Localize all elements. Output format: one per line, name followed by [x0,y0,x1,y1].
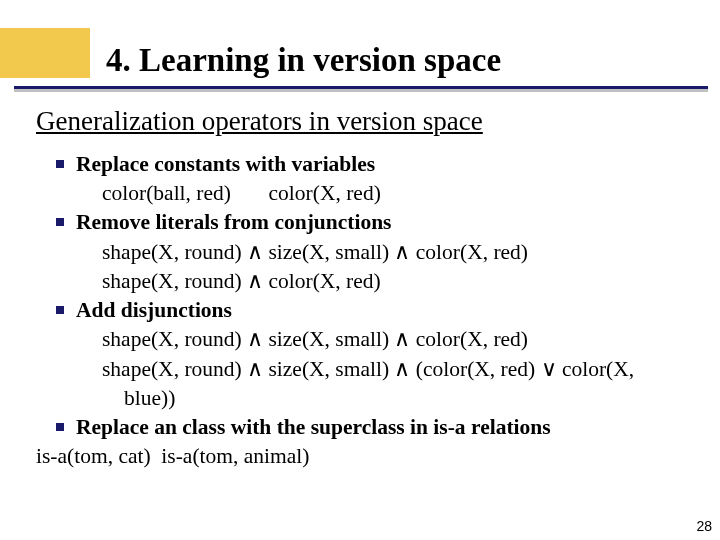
body-line: is-a(tom, cat) is-a(tom, animal) [36,442,696,471]
bullet-icon [56,218,64,226]
bullet-heading: Add disjunctions [76,298,232,322]
list-item: Replace an class with the superclass in … [36,413,696,442]
body-line: shape(X, round) ∧ color(X, red) [36,267,696,296]
title-shadow [14,89,708,92]
content-body: Replace constants with variables color(b… [36,150,696,472]
slide-title: 4. Learning in version space [106,42,501,79]
list-item: Remove literals from conjunctions [36,208,696,237]
body-line: blue)) [36,384,696,413]
list-item: Replace constants with variables [36,150,696,179]
bullet-heading: Replace constants with variables [76,152,375,176]
body-line: shape(X, round) ∧ size(X, small) ∧ color… [36,325,696,354]
body-line: shape(X, round) ∧ size(X, small) ∧ (colo… [36,355,696,384]
page-number: 28 [696,518,712,534]
bullet-icon [56,160,64,168]
list-item: Add disjunctions [36,296,696,325]
bullet-heading: Remove literals from conjunctions [76,210,391,234]
body-line: shape(X, round) ∧ size(X, small) ∧ color… [36,238,696,267]
slide-subtitle: Generalization operators in version spac… [36,106,483,137]
body-line: color(ball, red) color(X, red) [36,179,696,208]
bullet-heading: Replace an class with the superclass in … [76,415,551,439]
bullet-icon [56,306,64,314]
bullet-icon [56,423,64,431]
accent-block [0,28,90,78]
